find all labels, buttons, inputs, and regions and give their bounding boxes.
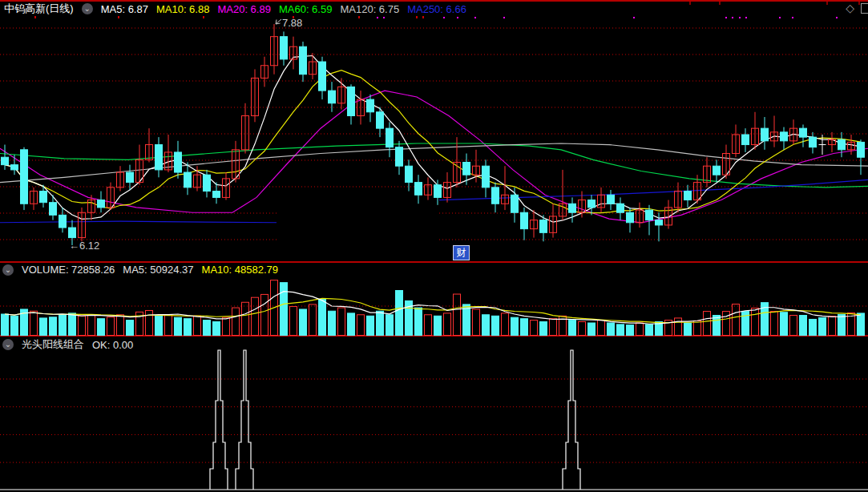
peak-price-label: 7.88 bbox=[282, 17, 302, 29]
volume-ma10-label: MA10: 48582.79 bbox=[202, 264, 278, 276]
indicator-header: ⌄ 光头阳线组合 OK: 0.00 bbox=[2, 337, 133, 352]
indicator-name-label: 光头阳线组合 bbox=[22, 337, 84, 352]
titlebar: 中钨高新(日线) ⌄ MA5: 6.87 MA10: 6.88 MA20: 6.… bbox=[4, 2, 466, 16]
square-tool-icon[interactable] bbox=[861, 3, 868, 14]
volume-panel[interactable] bbox=[0, 278, 868, 336]
chevron-down-icon[interactable]: ⌄ bbox=[2, 339, 14, 350]
chevron-down-icon[interactable]: ⌄ bbox=[82, 3, 93, 14]
stock-title: 中钨高新(日线) bbox=[4, 2, 74, 16]
volume-value-label: VOLUME: 72858.26 bbox=[22, 264, 115, 276]
diamond-tool-icon[interactable]: ◇ bbox=[846, 2, 854, 14]
ma60-label: MA60: 6.59 bbox=[279, 3, 333, 15]
indicator-panel[interactable] bbox=[0, 351, 868, 492]
indicator-value-label: OK: 0.00 bbox=[92, 339, 133, 351]
volume-ma5-label: MA5: 50924.37 bbox=[123, 264, 193, 276]
ma20-label: MA20: 6.89 bbox=[217, 3, 271, 15]
chevron-down-icon[interactable]: ⌄ bbox=[2, 264, 14, 276]
ma250-label: MA250: 6.66 bbox=[407, 3, 466, 15]
ma10-label: MA10: 6.88 bbox=[156, 3, 210, 15]
main-chart-panel[interactable] bbox=[0, 16, 868, 262]
ma120-label: MA120: 6.75 bbox=[340, 3, 399, 15]
ma5-label: MA5: 6.87 bbox=[101, 3, 148, 15]
watermark-badge: 财 bbox=[453, 245, 470, 260]
volume-header: ⌄ VOLUME: 72858.26 MA5: 50924.37 MA10: 4… bbox=[2, 264, 278, 276]
stock-chart-window: 中钨高新(日线) ⌄ MA5: 6.87 MA10: 6.88 MA20: 6.… bbox=[0, 0, 868, 492]
trough-price-label: ←6.12 bbox=[69, 240, 99, 252]
